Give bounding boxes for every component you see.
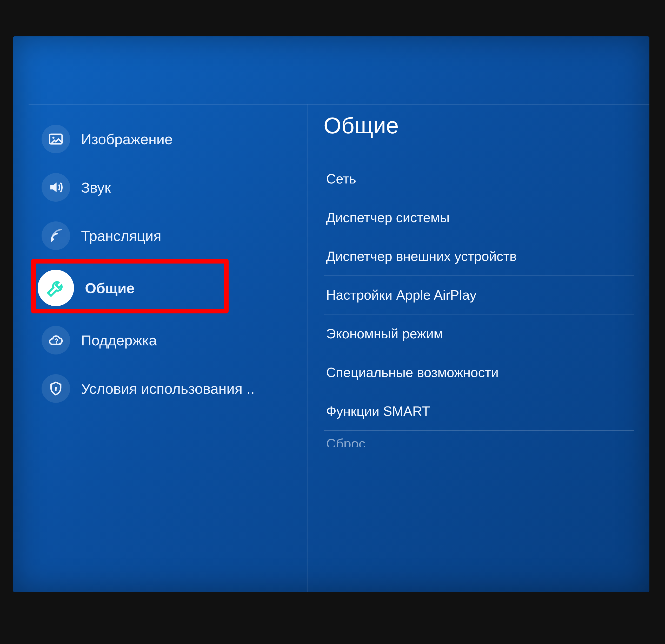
svg-point-3 — [56, 342, 57, 344]
sidebar-item-support[interactable]: Поддержка — [28, 316, 307, 364]
satellite-icon — [41, 221, 70, 250]
content-list: Сеть Диспетчер системы Диспетчер внешних… — [324, 160, 634, 447]
sidebar-item-label: Общие — [85, 280, 135, 296]
sidebar-item-terms[interactable]: Условия использования .. — [28, 364, 307, 413]
content-item-external-device-manager[interactable]: Диспетчер внешних устройств — [324, 237, 634, 276]
svg-point-1 — [53, 137, 55, 139]
sidebar-item-sound[interactable]: Звук — [28, 163, 307, 211]
cloud-question-icon — [41, 326, 70, 354]
tv-screen: Изображение Звук — [13, 36, 649, 592]
content-item-network[interactable]: Сеть — [324, 160, 634, 198]
sidebar-item-general[interactable]: Общие — [28, 260, 307, 316]
sidebar-item-label: Звук — [81, 179, 111, 196]
settings-sidebar: Изображение Звук — [28, 105, 308, 592]
content-item-system-manager[interactable]: Диспетчер системы — [324, 198, 634, 237]
sidebar-item-broadcast[interactable]: Трансляция — [28, 211, 307, 260]
content-title: Общие — [324, 112, 634, 139]
shield-icon — [41, 374, 70, 403]
settings-content: Общие Сеть Диспетчер системы Диспетчер в… — [308, 105, 650, 592]
content-item-reset[interactable]: Сброс — [324, 430, 634, 447]
content-item-apple-airplay[interactable]: Настройки Apple AirPlay — [324, 276, 634, 314]
settings-panel: Изображение Звук — [28, 104, 649, 592]
sidebar-item-label: Изображение — [81, 131, 173, 148]
wrench-icon — [38, 270, 74, 306]
sidebar-item-picture[interactable]: Изображение — [28, 115, 307, 163]
sidebar-item-label: Трансляция — [81, 227, 161, 244]
tv-frame: Изображение Звук — [0, 0, 665, 644]
content-item-accessibility[interactable]: Специальные возможности — [324, 353, 634, 392]
content-item-eco-mode[interactable]: Экономный режим — [324, 314, 634, 353]
sidebar-item-label: Условия использования .. — [81, 380, 254, 397]
content-item-smart-functions[interactable]: Функции SMART — [324, 392, 634, 430]
speaker-icon — [41, 173, 70, 202]
sidebar-item-label: Поддержка — [81, 332, 157, 349]
image-icon — [41, 125, 70, 153]
